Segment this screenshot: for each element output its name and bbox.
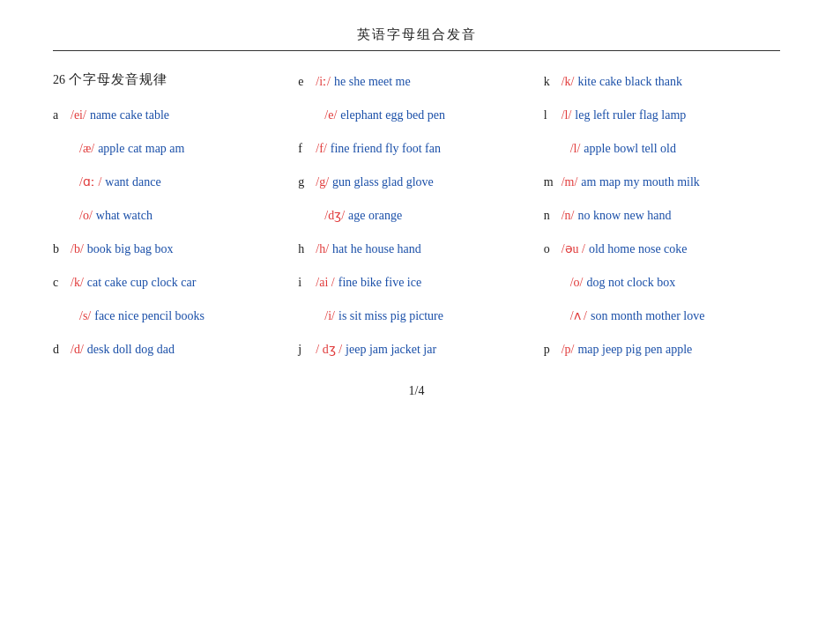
letter-label: b: [53, 239, 69, 260]
list-item: h /h/ hat he house hand: [298, 234, 534, 268]
col-3: k /k/ kite cake black thank l /l/ leg le…: [544, 67, 780, 368]
list-item: /ʌ / son month mother love: [544, 301, 780, 335]
letter-label: h: [298, 239, 314, 260]
page-number: 1/4: [409, 384, 425, 397]
letter-label: n: [544, 205, 560, 226]
word-list: old home nose coke: [589, 239, 688, 260]
word-list: hat he house hand: [332, 239, 421, 260]
word-list: book big bag box: [87, 239, 174, 260]
heading-text: 个字母发音规律: [69, 71, 167, 88]
word-list: kite cake black thank: [577, 71, 682, 93]
phonetic-symbol: /h/: [316, 239, 329, 260]
phonetic-symbol: /ʌ /: [570, 306, 587, 327]
word-list: dog not clock box: [586, 272, 675, 293]
letter-label: l: [544, 105, 560, 126]
phonetic-symbol: /iː/: [316, 71, 331, 93]
list-item: b /b/ book big bag box: [53, 234, 289, 268]
list-item: /l/ apple bowl tell old: [544, 134, 780, 167]
list-item: l /l/ leg left ruler flag lamp: [544, 100, 780, 134]
phonetic-symbol: /m/: [562, 172, 578, 193]
word-list: desk doll dog dad: [87, 339, 175, 360]
letter-label: o: [544, 239, 560, 260]
phonetic-symbol: /dʒ/: [324, 205, 345, 226]
word-list: gun glass glad glove: [332, 172, 434, 193]
phonetic-symbol: /o/: [570, 272, 584, 293]
word-list: face nice pencil books: [94, 306, 205, 327]
list-item: /dʒ/ age orange: [298, 201, 534, 234]
phonetic-symbol: /ai /: [316, 272, 334, 293]
phonetic-symbol: /e/: [324, 105, 337, 126]
word-list: he she meet me: [334, 71, 411, 93]
list-item: /ɑː / want dance: [53, 167, 289, 201]
phonetic-symbol: /k/: [562, 71, 575, 93]
word-list: leg left ruler flag lamp: [575, 105, 686, 126]
letter-label: f: [298, 138, 314, 159]
word-list: apple cat map am: [98, 138, 184, 159]
list-item: c /k/ cat cake cup clock car: [53, 268, 289, 301]
divider: [53, 50, 780, 51]
word-list: am map my mouth milk: [581, 172, 700, 193]
list-item: g /g/ gun glass glad glove: [298, 167, 534, 201]
list-item: /s/ face nice pencil books: [53, 301, 289, 335]
letter-label: j: [298, 339, 314, 360]
letter-label: a: [53, 105, 69, 126]
letter-label: k: [544, 71, 560, 93]
letter-label: i: [298, 272, 314, 293]
list-item: f /f/ fine friend fly foot fan: [298, 134, 534, 167]
list-item: i /ai / fine bike five ice: [298, 268, 534, 301]
list-item: e /iː/ he she meet me: [298, 67, 534, 100]
list-item: /e/ elephant egg bed pen: [298, 100, 534, 134]
word-list: age orange: [348, 205, 402, 226]
heading-num: 26: [53, 73, 65, 87]
phonetic-symbol: /p/: [562, 339, 575, 360]
phonetic-symbol: /b/: [71, 239, 84, 260]
word-list: no know new hand: [577, 205, 671, 226]
list-item: m /m/ am map my mouth milk: [544, 167, 780, 201]
phonetic-symbol: /g/: [316, 172, 329, 193]
phonetic-symbol: /l/: [562, 105, 572, 126]
word-list: want dance: [105, 172, 160, 193]
letter-label: d: [53, 339, 69, 360]
phonetic-symbol: /əu /: [562, 239, 585, 260]
word-list: cat cake cup clock car: [87, 272, 197, 293]
phonetic-symbol: /s/: [79, 306, 91, 327]
content-grid: 26 个字母发音规律 a /ei/ name cake table /æ/ ap…: [53, 67, 780, 368]
word-list: fine friend fly foot fan: [331, 138, 441, 159]
list-item: k /k/ kite cake black thank: [544, 67, 780, 100]
list-item: p /p/ map jeep pig pen apple: [544, 335, 780, 368]
phonetic-symbol: /o/: [79, 205, 93, 226]
word-list: elephant egg bed pen: [340, 105, 445, 126]
list-item: /o/ what watch: [53, 201, 289, 234]
phonetic-symbol: /n/: [562, 205, 575, 226]
page-title: 英语字母组合发音: [357, 27, 477, 41]
letter-label: g: [298, 172, 314, 193]
phonetic-symbol: /f/: [316, 138, 326, 159]
phonetic-symbol: /ɑː /: [79, 172, 101, 193]
phonetic-symbol: /æ/: [79, 138, 94, 159]
list-item: d /d/ desk doll dog dad: [53, 335, 289, 368]
word-list: what watch: [96, 205, 152, 226]
heading-row: 26 个字母发音规律: [53, 67, 289, 100]
footer: 1/4: [53, 384, 780, 398]
word-list: name cake table: [90, 105, 169, 126]
letter-label: c: [53, 272, 69, 293]
phonetic-symbol: /l/: [570, 138, 581, 159]
list-item: o /əu / old home nose coke: [544, 234, 780, 268]
letter-label: e: [298, 71, 314, 93]
letter-label: p: [544, 339, 560, 360]
word-list: is sit miss pig picture: [338, 306, 443, 327]
word-list: apple bowl tell old: [584, 138, 676, 159]
list-item: j / dʒ / jeep jam jacket jar: [298, 335, 534, 368]
phonetic-symbol: /ei/: [71, 105, 86, 126]
word-list: jeep jam jacket jar: [346, 339, 436, 360]
phonetic-symbol: / dʒ /: [316, 339, 342, 360]
title-area: 英语字母组合发音: [53, 26, 780, 43]
list-item: /o/ dog not clock box: [544, 268, 780, 301]
col-1: 26 个字母发音规律 a /ei/ name cake table /æ/ ap…: [53, 67, 289, 368]
list-item: n /n/ no know new hand: [544, 201, 780, 234]
phonetic-symbol: /i/: [324, 306, 335, 327]
letter-label: m: [544, 172, 560, 193]
word-list: son month mother love: [591, 306, 705, 327]
list-item: /i/ is sit miss pig picture: [298, 301, 534, 335]
col-2: e /iː/ he she meet me /e/ elephant egg b…: [298, 67, 534, 368]
